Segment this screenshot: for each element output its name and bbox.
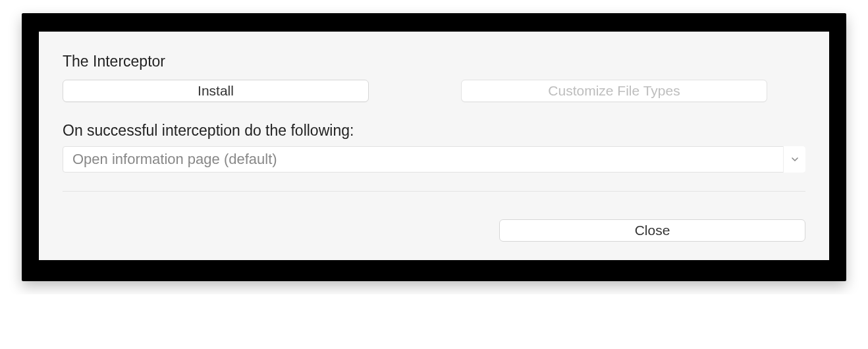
install-button[interactable]: Install (63, 80, 369, 102)
install-button-label: Install (198, 83, 234, 99)
divider (63, 191, 805, 192)
customize-file-types-label: Customize File Types (548, 83, 680, 99)
action-button-row: Install Customize File Types (63, 80, 805, 102)
interceptor-dialog: The Interceptor Install Customize File T… (39, 32, 829, 260)
interception-action-selected[interactable]: Open information page (default) (63, 146, 805, 173)
close-button[interactable]: Close (499, 219, 805, 242)
footer-row: Close (63, 219, 805, 242)
interception-action-select[interactable]: Open information page (default) (63, 146, 805, 173)
section-title: The Interceptor (63, 53, 805, 70)
select-value: Open information page (default) (72, 151, 277, 168)
close-button-label: Close (635, 223, 670, 238)
customize-file-types-button: Customize File Types (461, 80, 767, 102)
window-frame: The Interceptor Install Customize File T… (22, 13, 846, 281)
instruction-label: On successful interception do the follow… (63, 122, 805, 140)
